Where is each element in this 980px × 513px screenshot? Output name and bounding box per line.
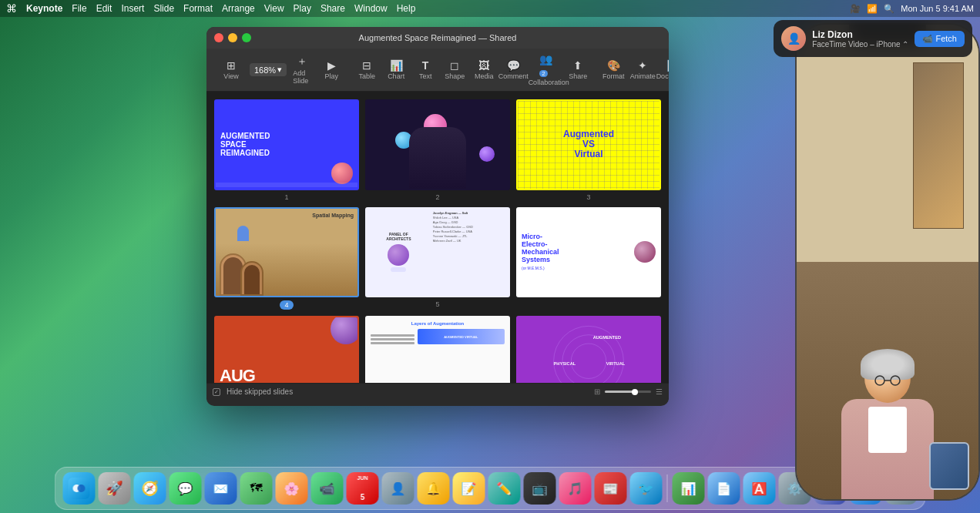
menu-insert[interactable]: Insert <box>121 3 144 14</box>
search-icon[interactable]: 🔍 <box>884 4 894 14</box>
slide-grid-area[interactable]: AUGMENTEDSPACEREIMAGINED 1 <box>206 92 669 383</box>
toolbar-animate-button[interactable]: ✦ Animate <box>629 57 656 82</box>
app-name[interactable]: Keynote <box>26 3 62 14</box>
dock-app-maps[interactable]: 🗺 <box>240 472 273 505</box>
text-icon: T <box>422 59 429 72</box>
slide-item-7[interactable]: AUGO 7 <box>214 316 359 383</box>
menu-slide[interactable]: Slide <box>153 3 174 14</box>
dock-app-twitterrific[interactable]: 🐦 <box>630 472 663 505</box>
zoom-control[interactable]: 168% ▾ <box>250 63 287 76</box>
dock-app-launchpad[interactable]: 🚀 <box>99 472 131 505</box>
slide-number-5: 5 <box>435 300 439 308</box>
slide9-svg: PHYSICAL AUGMENTED VIRTUAL <box>518 317 659 383</box>
menu-edit[interactable]: Edit <box>96 3 112 14</box>
toolbar-view-button[interactable]: ⊞ View <box>217 57 245 82</box>
slide5-name-7: Mehreen Zarif — UK <box>433 239 506 243</box>
keynote-statusbar: ✓ Hide skipped slides ⊞ ☰ <box>206 383 669 400</box>
dock-app-messages[interactable]: 💬 <box>169 472 202 505</box>
slide-item-8[interactable]: Layers of Augmentation AUGMENTED VIRTUAL <box>365 316 510 383</box>
toolbar-collaboration-button[interactable]: 👥 2 Collaboration <box>535 51 562 89</box>
facetime-fetch-button[interactable]: 📹 Fetch <box>915 31 965 47</box>
dock-app-calendar[interactable]: 5 JUN <box>347 472 379 505</box>
menu-window[interactable]: Window <box>354 3 388 14</box>
toolbar-comment-button[interactable]: 💬 Comment <box>499 57 527 82</box>
grid-view-icon[interactable]: ⊞ <box>594 387 600 396</box>
dock-app-facetime[interactable]: 📹 <box>311 472 344 505</box>
dock-app-mail[interactable]: ✉️ <box>205 472 237 505</box>
toolbar-format-button[interactable]: 🎨 Format <box>599 57 627 82</box>
dock-app-notes[interactable]: 📝 <box>453 472 485 505</box>
toolbar-media-button[interactable]: 🖼 Media <box>470 57 498 82</box>
toolbar-add-slide-button[interactable]: ＋ Add Slide <box>288 52 316 87</box>
slide3-line1: Augmented <box>563 129 614 139</box>
toolbar-play-button[interactable]: ▶ Play <box>317 57 345 82</box>
dock-app-freeform[interactable]: ✏️ <box>488 472 521 505</box>
minimize-button[interactable] <box>228 33 237 42</box>
facetime-person-figure <box>797 25 978 499</box>
dock-app-appstore[interactable]: 🅰️ <box>743 472 776 505</box>
toolbar-share-button[interactable]: ⬆ Share <box>564 57 592 82</box>
slide5-grid-line <box>391 267 406 272</box>
dock-app-safari[interactable]: 🧭 <box>134 472 166 505</box>
dock-app-photos[interactable]: 🌸 <box>276 472 308 505</box>
calendar-month-label: JUN <box>357 475 368 481</box>
view-icon: ⊞ <box>227 59 236 72</box>
slide-item-2[interactable]: 2 <box>365 99 510 201</box>
slide-thumb-7: AUGO <box>214 316 359 383</box>
slide8-bar: AUGMENTED VIRTUAL <box>418 329 505 344</box>
slide-item-9[interactable]: PHYSICAL AUGMENTED VIRTUAL <box>516 316 661 383</box>
shape-label: Shape <box>445 72 465 80</box>
slide8-title: Layers of Augmentation <box>371 321 505 326</box>
menu-help[interactable]: Help <box>397 3 416 14</box>
table-label: Table <box>358 72 375 80</box>
dock-app-contacts[interactable]: 👤 <box>382 472 414 505</box>
slide-item-1[interactable]: AUGMENTEDSPACEREIMAGINED 1 <box>214 99 359 201</box>
menu-share[interactable]: Share <box>321 3 345 14</box>
slide-number-1: 1 <box>284 193 288 201</box>
slide-item-3[interactable]: Augmented VS Virtual 3 <box>516 99 661 201</box>
menu-view[interactable]: View <box>264 3 284 14</box>
camera-icon: 🎥 <box>850 4 861 14</box>
slide5-sphere <box>388 244 409 266</box>
close-button[interactable] <box>214 33 223 42</box>
mail-icon: ✉️ <box>213 481 229 496</box>
menu-play[interactable]: Play <box>294 3 311 14</box>
toolbar-chart-button[interactable]: 📊 Chart <box>382 57 410 82</box>
menubar-right: 🎥 📶 🔍 Mon Jun 5 9:41 AM <box>850 4 974 14</box>
play-icon: ▶ <box>327 59 336 72</box>
menu-arrange[interactable]: Arrange <box>222 3 255 14</box>
dock-app-finder[interactable] <box>63 472 96 505</box>
toolbar-shape-button[interactable]: ◻ Shape <box>441 57 468 82</box>
person-shirt <box>868 407 907 453</box>
dock-app-news[interactable]: 📰 <box>595 472 627 505</box>
dock-app-music[interactable]: 🎵 <box>559 472 592 505</box>
slide-item-4[interactable]: Spatial Mapping 4 <box>214 207 359 310</box>
dock-app-pages[interactable]: 📄 <box>708 472 740 505</box>
toolbar-text-button[interactable]: T Text <box>411 57 439 82</box>
slide6-text-area: Micro-Electro-MechanicalSystems (or M.E.… <box>522 233 634 270</box>
messages-icon: 💬 <box>178 481 193 496</box>
dock-app-reminders[interactable]: 🔔 <box>418 472 450 505</box>
slide-item-6[interactable]: Micro-Electro-MechanicalSystems (or M.E.… <box>516 207 661 310</box>
hide-skipped-checkbox[interactable]: ✓ <box>213 388 220 396</box>
apple-menu[interactable]: ⌘ <box>6 2 17 15</box>
list-view-icon[interactable]: ☰ <box>656 387 663 396</box>
slide2-content <box>367 101 508 189</box>
slide-item-5[interactable]: PANEL OFARCHITECTS Jocelyn Engman — Salt… <box>365 207 510 310</box>
zoom-slider-track[interactable] <box>605 391 651 393</box>
dock-app-numbers[interactable]: 📊 <box>673 472 705 505</box>
toolbar-document-button[interactable]: 📄 Document <box>658 57 669 82</box>
music-icon: 🎵 <box>568 481 583 496</box>
svg-text:AUGMENTED: AUGMENTED <box>593 335 621 340</box>
dock-app-appletv[interactable]: 📺 <box>524 472 556 505</box>
slide3-line2: VS <box>582 139 595 149</box>
menu-format[interactable]: Format <box>183 3 213 14</box>
slide7-text: AUGO <box>220 367 255 384</box>
svg-point-1 <box>891 376 900 385</box>
menu-file[interactable]: File <box>72 3 86 14</box>
slide5-panel-title: PANEL OFARCHITECTS <box>386 232 411 241</box>
fullscreen-button[interactable] <box>242 33 251 42</box>
format-icon: 🎨 <box>607 59 620 72</box>
toolbar-table-button[interactable]: ⊟ Table <box>353 57 381 82</box>
slide-number-4: 4 <box>280 300 293 310</box>
